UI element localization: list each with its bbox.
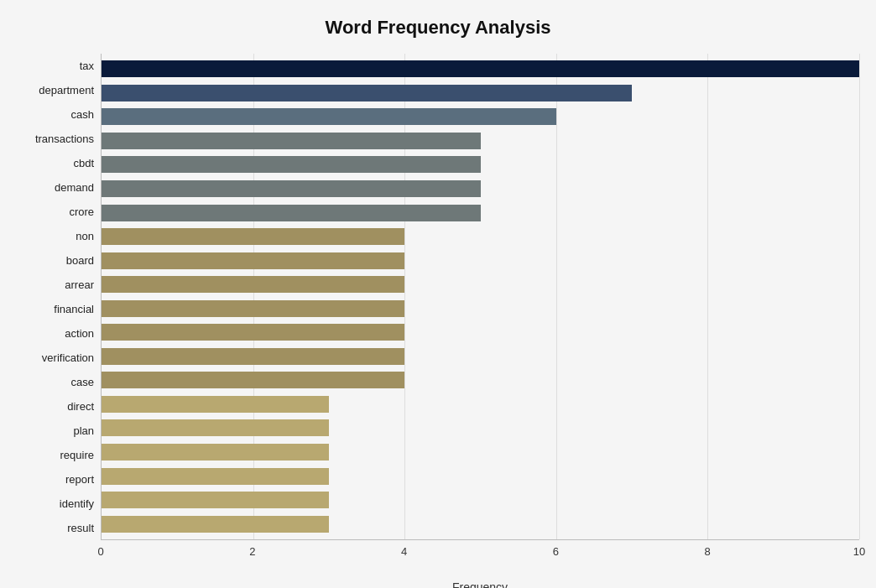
- bar-row: [102, 417, 859, 439]
- bar: [102, 492, 329, 508]
- y-label: result: [67, 518, 94, 539]
- bar: [102, 108, 556, 125]
- y-label: direct: [67, 396, 94, 418]
- bar: [102, 324, 404, 341]
- bar-row: [102, 489, 859, 511]
- x-tick: 4: [401, 545, 407, 558]
- bar-row: [102, 369, 859, 391]
- bar: [102, 444, 329, 461]
- y-label: plan: [73, 420, 94, 442]
- y-labels: taxdepartmentcashtransactionscbdtdemandc…: [17, 54, 101, 540]
- y-label: cash: [71, 104, 94, 126]
- y-label: action: [65, 323, 94, 345]
- x-axis-label: Frequency: [101, 580, 859, 588]
- bar-row: [102, 178, 859, 200]
- y-label: financial: [54, 299, 94, 320]
- y-label: demand: [55, 177, 94, 199]
- bar: [102, 60, 859, 77]
- chart-area: taxdepartmentcashtransactionscbdtdemandc…: [17, 54, 859, 540]
- y-label: crore: [69, 201, 94, 223]
- chart-container: Word Frequency Analysis taxdepartmentcas…: [0, 0, 876, 588]
- y-label: board: [66, 250, 94, 272]
- bar-row: [102, 513, 859, 535]
- y-label: tax: [80, 55, 94, 77]
- bar: [102, 468, 329, 485]
- y-label: arrear: [65, 274, 94, 296]
- bar-row: [102, 58, 859, 80]
- bar: [102, 228, 404, 245]
- bar: [102, 348, 404, 365]
- bar: [102, 300, 404, 317]
- bar-row: [102, 226, 859, 247]
- y-label: department: [39, 80, 94, 101]
- bar: [102, 396, 329, 413]
- bar: [102, 419, 329, 436]
- y-label: verification: [42, 347, 94, 369]
- x-tick: 0: [97, 545, 103, 558]
- y-label: identify: [60, 493, 94, 515]
- bar-row: [102, 298, 859, 320]
- bar-row: [102, 82, 859, 104]
- bar-row: [102, 466, 859, 487]
- chart-title: Word Frequency Analysis: [17, 17, 859, 39]
- x-tick: 8: [705, 545, 711, 558]
- bar-row: [102, 250, 859, 272]
- y-label: non: [76, 226, 94, 247]
- bar-row: [102, 441, 859, 463]
- bar: [102, 276, 404, 293]
- y-label: transactions: [35, 128, 94, 150]
- bar-row: [102, 321, 859, 343]
- grid-line: [859, 54, 860, 539]
- bar-row: [102, 346, 859, 367]
- y-label: cbdt: [73, 153, 94, 174]
- y-label: case: [71, 372, 94, 393]
- bar: [102, 516, 329, 533]
- y-label: report: [65, 469, 94, 491]
- bar: [102, 205, 481, 221]
- x-tick: 10: [853, 545, 865, 558]
- bar-row: [102, 130, 859, 152]
- bar-row: [102, 202, 859, 224]
- bar: [102, 85, 632, 101]
- bar-row: [102, 154, 859, 175]
- bar: [102, 133, 481, 149]
- bars-grid: [101, 54, 859, 540]
- bar-row: [102, 273, 859, 295]
- bar: [102, 156, 481, 173]
- bar: [102, 252, 404, 269]
- bar: [102, 372, 404, 388]
- bar-row: [102, 106, 859, 127]
- x-tick: 6: [553, 545, 559, 558]
- bar: [102, 180, 481, 197]
- x-axis: 0246810: [101, 540, 859, 557]
- y-label: require: [60, 445, 94, 466]
- x-tick: 2: [249, 545, 255, 558]
- bar-row: [102, 393, 859, 415]
